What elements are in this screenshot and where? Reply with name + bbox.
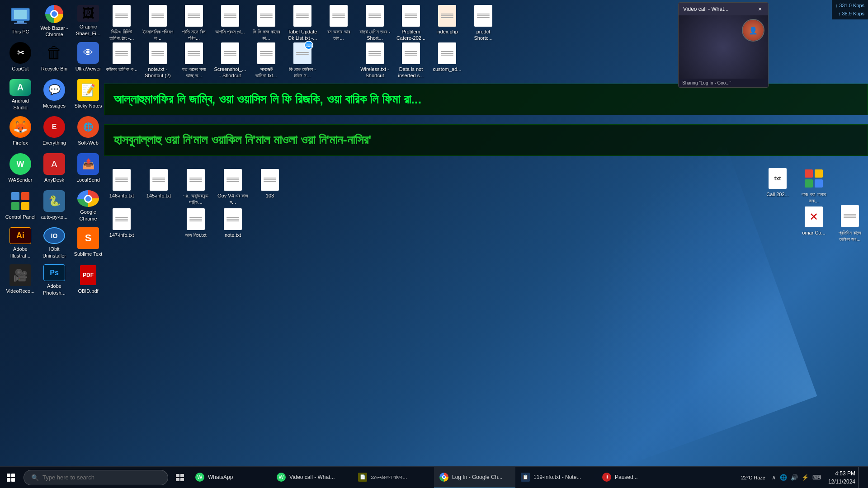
banner-text-2: হাসবুনাল্লাহু ওয়া নি'মাল ওয়াকিল নি'মাল…: [104, 133, 380, 148]
google-chrome-icon[interactable]: Google Chrome: [70, 188, 106, 225]
file-custom-ad[interactable]: custom_ad...: [429, 40, 465, 82]
file-journey-machine[interactable]: যাত্রা মেশিন তথ্য - Short...: [357, 2, 392, 44]
adobe-illustrator-icon[interactable]: Ai Adobe Illustrat...: [2, 225, 38, 262]
sublime-text-icon[interactable]: S Sublime Text: [70, 225, 106, 262]
taskbar-app-note[interactable]: 📄 ১১৯-দারকাল মাফব...: [353, 467, 434, 488]
taskbar-app-video-call[interactable]: W Video call - What...: [271, 467, 353, 488]
tray-volume-icon[interactable]: 🔊: [790, 473, 799, 482]
time-display: 4:53 PM: [828, 469, 855, 478]
video-call-footer: Sharing "Log In - Goo...": [679, 79, 768, 87]
file-146-info[interactable]: 146-info.txt: [104, 166, 139, 208]
soft-web-label: Soft-Web: [78, 140, 99, 146]
taskbar-app-whatsapp[interactable]: W WhatsApp: [190, 467, 271, 488]
obid-icon[interactable]: PDF OBID.pdf: [70, 262, 106, 299]
start-button[interactable]: [0, 467, 22, 488]
windows-logo-icon: [7, 474, 15, 482]
right-icon-daily-work[interactable]: প্রতিদিন কাজে তালিকা জর...: [832, 203, 868, 245]
file-note-shortcut2-label: note.txt - Shortcut (2): [142, 66, 174, 79]
svg-rect-2: [17, 21, 24, 23]
adobe-illustrator-label: Adobe Illustrat...: [4, 246, 37, 259]
file-today-buy[interactable]: আজ নিবে.txt: [178, 206, 213, 241]
taskbar-search-input[interactable]: [42, 474, 160, 481]
file-145-info[interactable]: 145-info.txt: [141, 166, 176, 208]
file-subject-list[interactable]: সাবজেক্ট তালিকা.txt...: [249, 40, 284, 82]
taskbar-app-notepad[interactable]: 📋 119-info.txt - Note...: [515, 467, 597, 488]
task-view-button[interactable]: [170, 467, 190, 488]
desktop-top-files-row2: কাউমার তালিকা ক... note.txt - Shortcut (…: [104, 40, 465, 82]
adobe-photoshop-icon[interactable]: Ps Adobe Photosh...: [36, 262, 72, 299]
soft-web-icon[interactable]: 🌐 Soft-Web: [70, 113, 106, 150]
android-studio-icon[interactable]: A Android Studio: [2, 76, 38, 113]
ultraviewer-icon[interactable]: 👁 UltraViewer: [70, 39, 106, 76]
chrome-taskbar-icon: [439, 473, 448, 482]
file-147-info[interactable]: 147-info.txt: [104, 206, 139, 241]
tray-network-icon[interactable]: 🌐: [779, 473, 788, 482]
web-bazar-icon[interactable]: Web Bazar - Chrome: [36, 2, 72, 39]
iobit-label: IObit Uninstaller: [38, 246, 71, 259]
svg-rect-12: [176, 474, 179, 477]
right-icon-call-list-label: Call 202...: [766, 191, 789, 197]
video-call-title: Video call - What...: [683, 6, 729, 12]
file-coming-first[interactable]: আগামি প্রথম থে...: [212, 2, 248, 44]
obid-label: OBID.pdf: [78, 288, 98, 294]
banner-text-1: আল্লাহুমাগফির লি জাম্বি, ওয়া ওয়াসিস লি…: [104, 92, 430, 107]
everything-icon[interactable]: E Everything: [36, 113, 72, 150]
file-keyboard-list[interactable]: ⌨ কি বোড তালিকা - মাউস স...: [285, 40, 320, 82]
file-forgiveness[interactable]: যত ধরনের ক্ষমা আছে ত...: [176, 40, 212, 82]
capcut-icon[interactable]: ✂ CapCut: [2, 39, 38, 76]
file-note-txt[interactable]: note.txt: [215, 206, 250, 241]
iobit-icon[interactable]: IO IObit Uninstaller: [36, 225, 72, 262]
file-tabel-update[interactable]: Tabel Update Ok List.txt -...: [285, 2, 320, 44]
right-icon-omar[interactable]: ✕ omar Co...: [796, 203, 832, 239]
wasender-icon[interactable]: W WASender: [2, 150, 38, 188]
firefox-icon[interactable]: 🦊 Firefox: [2, 113, 38, 150]
show-desktop-button[interactable]: [858, 467, 863, 488]
localsend-icon[interactable]: 📤 LocalSend: [70, 150, 106, 188]
tray-expand-icon[interactable]: ∧: [771, 473, 777, 482]
android-studio-label: Android Studio: [4, 98, 37, 111]
taskbar-search-box[interactable]: 🔍: [24, 470, 168, 485]
videoreco-icon[interactable]: 🎥 VideoReco...: [2, 262, 38, 299]
file-gov-v4[interactable]: Gov V4 এর কাজ শু...: [215, 166, 250, 208]
file-boss-offer[interactable]: বস অফার আর তাল...: [321, 2, 356, 44]
anydesk-label: AnyDesk: [44, 177, 64, 183]
right-icon-kaaj-kora[interactable]: কাজ করা লাগবে জক...: [796, 165, 832, 207]
system-tray-icons[interactable]: ∧ 🌐 🔊 ⚡ ⌨: [771, 473, 822, 482]
file-74-android[interactable]: ৭৪. অ্যান্ড্রয়েন্ড সাউন্ড...: [178, 166, 213, 208]
file-screenshot-shortcut[interactable]: Screenshot_... - Shortcut: [212, 40, 248, 82]
file-what-jobs[interactable]: কি কি কাজ কানের কা...: [249, 2, 284, 44]
file-video-review[interactable]: ভিডিও রিভিউ তালিকা.txt -...: [104, 2, 139, 44]
file-monthly-bill[interactable]: প্রতি মাসে বিল পরিশ...: [176, 2, 212, 44]
file-prodct-shortcut[interactable]: prodct Shortc...: [466, 2, 501, 44]
recycle-bin-icon[interactable]: 🗑 Recycle Bin: [36, 39, 72, 76]
right-icon-call-list[interactable]: txt Call 202...: [760, 165, 796, 200]
file-note-shortcut2[interactable]: note.txt - Shortcut (2): [140, 40, 175, 82]
file-103[interactable]: 103: [252, 166, 288, 208]
desktop-top-files-row1: ভিডিও রিভিউ তালিকা.txt -... ইনসালামিক পজ…: [104, 2, 501, 44]
video-call-close-button[interactable]: ×: [756, 5, 764, 13]
file-coming-first-label: আগামি প্রথম থে...: [215, 28, 245, 35]
file-today-buy-label: আজ নিবে.txt: [185, 232, 207, 238]
graphic-shaer-icon[interactable]: 🖼 Graphic Shaer_Fi...: [70, 2, 106, 39]
file-customer-list[interactable]: কাউমার তালিকা ক...: [104, 40, 139, 82]
file-islamic[interactable]: ইনসালামিক পজিষণ মা...: [140, 2, 175, 44]
system-clock[interactable]: 4:53 PM 12/11/2024: [828, 469, 855, 486]
file-index-php-label: index.php: [436, 28, 458, 35]
control-panel-icon[interactable]: Control Panel: [2, 188, 38, 225]
file-index-php[interactable]: index.php: [429, 2, 465, 44]
file-146-info-label: 146-info.txt: [109, 192, 134, 199]
svg-rect-11: [815, 179, 823, 188]
anydesk-icon[interactable]: A AnyDesk: [36, 150, 72, 188]
system-tray: 22°C Haze ∧ 🌐 🔊 ⚡ ⌨ 4:53 PM 12/11/2024: [736, 467, 868, 488]
auto-py-icon[interactable]: 🐍 auto-py-to...: [36, 188, 72, 225]
sticky-notes-icon[interactable]: 📝 Sticky Notes: [70, 76, 106, 113]
file-wireless[interactable]: Wireless.txt - Shortcut: [357, 40, 392, 82]
right-icon-omar-label: omar Co...: [802, 230, 825, 236]
file-data-not-inserted[interactable]: Data is not inserted s...: [393, 40, 429, 82]
svg-rect-7: [21, 202, 29, 210]
taskbar-app-login-chrome[interactable]: Log In - Google Ch...: [434, 467, 515, 488]
file-problem-catere[interactable]: Problem Catere-202...: [393, 2, 429, 44]
messages-icon[interactable]: 💬 Messages: [36, 76, 72, 113]
this-pc-icon[interactable]: This PC: [2, 2, 38, 39]
taskbar-app-paused[interactable]: ⏸ Paused...: [597, 467, 678, 488]
